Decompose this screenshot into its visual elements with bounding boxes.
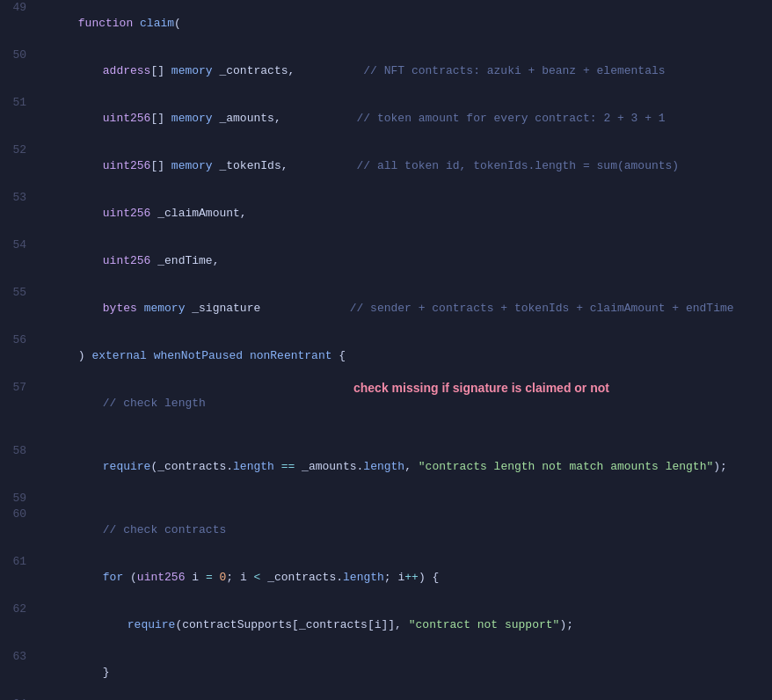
code-line-59: 59 <box>0 491 772 507</box>
code-line-56: 56 ) external whenNotPaused nonReentrant… <box>0 332 772 380</box>
code-line-55: 55 bytes memory _signature // sender + c… <box>0 285 772 332</box>
annotation-check-signature: check missing if signature is claimed or… <box>353 380 696 397</box>
code-line-58: 58 require(_contracts.length == _amounts… <box>0 443 772 491</box>
code-line-57: 57 // check length check missing if sign… <box>0 380 772 443</box>
code-line-52: 52 uint256[] memory _tokenIds, // all to… <box>0 142 772 190</box>
code-line-62: 62 require(contractSupports[_contracts[i… <box>0 602 772 649</box>
code-line-53: 53 uint256 _claimAmount, <box>0 190 772 237</box>
code-line-63: 63 } <box>0 649 772 696</box>
code-line-54: 54 uint256 _endTime, <box>0 237 772 285</box>
code-editor: 49 function claim( 50 address[] memory _… <box>0 0 772 700</box>
code-line-61: 61 for (uint256 i = 0; i < _contracts.le… <box>0 554 772 602</box>
code-line-60: 60 // check contracts <box>0 507 772 554</box>
code-line-64: 64 <box>0 696 772 700</box>
code-line-50: 50 address[] memory _contracts, // NFT c… <box>0 47 772 95</box>
code-line-51: 51 uint256[] memory _amounts, // token a… <box>0 95 772 142</box>
code-line-49: 49 function claim( <box>0 0 772 47</box>
